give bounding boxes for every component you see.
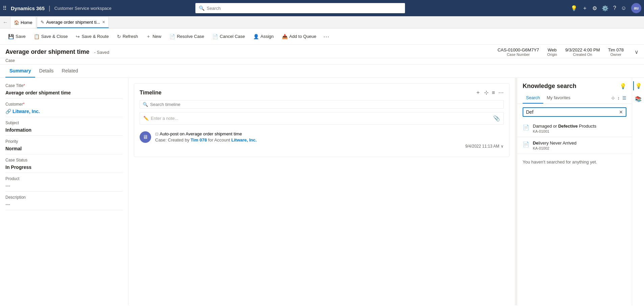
product-value[interactable]: --- [5,182,123,192]
timeline-filter-icon[interactable]: ⊹ [484,89,488,96]
timeline-search-icon: 🔍 [143,102,148,107]
more-options-button[interactable]: ⋯ [320,28,332,45]
created-on-label: Created On [565,52,600,57]
save-route-icon: ↪ [76,34,80,39]
expand-header-button[interactable]: ∨ [635,49,639,55]
refresh-icon: ↻ [117,34,121,39]
saved-badge: - Saved [94,50,109,55]
help-icon[interactable]: ? [613,5,616,11]
back-button[interactable]: ← [1,19,9,25]
priority-value[interactable]: Normal [5,145,123,154]
settings-icon[interactable]: ⚙️ [602,5,609,12]
knowledge-result-1-title: Damaged or Defective Products [533,124,596,129]
timeline-add-icon[interactable]: ＋ [475,89,481,96]
knowledge-bulb-icon[interactable]: 💡 [620,83,626,89]
timeline-autopost-body: Case: Created by Tim 078 for Account Lit… [155,137,504,143]
timeline-sort-icon[interactable]: ≡ [492,90,495,96]
description-value[interactable]: --- [5,200,123,210]
timeline-timestamp: 9/4/2022 11:13 AM ∨ [155,144,504,149]
book-side-icon[interactable]: 📚 [634,94,643,104]
save-button[interactable]: 💾 Save [4,28,30,44]
knowledge-result-1[interactable]: 📄 Damaged or Defective Products KA-01001 [517,120,632,137]
case-title-value[interactable]: Average order shipment time [5,89,123,99]
save-close-button[interactable]: 📋 Save & Close [30,28,72,44]
case-status-value[interactable]: In Progress [5,163,123,173]
tab-knowledge-favorites[interactable]: My favorites [543,92,574,104]
case-number-field: CAS-01000-G6M7Y7 Case Number [498,47,539,57]
new-button[interactable]: ＋ New [142,28,165,44]
owner-field: Tim 078 Owner [608,47,624,57]
search-input[interactable] [207,6,402,11]
add-to-queue-button[interactable]: 📥 Add to Queue [278,28,320,44]
expand-icon[interactable]: ∨ [501,144,504,149]
knowledge-column-icon[interactable]: ☰ [622,95,626,101]
description-field: Description --- [5,195,123,210]
avatar[interactable]: au [631,3,641,13]
lightbulb-icon[interactable]: 💡 [571,5,577,12]
home-tab[interactable]: 🏠 Home [10,16,36,28]
timeline-creator[interactable]: Tim 078 [191,137,207,143]
refresh-button[interactable]: ↻ Refresh [113,28,142,44]
pencil-icon: ✏️ [143,116,149,121]
customer-value[interactable]: 🔗 Litware, Inc. [5,107,123,117]
case-status-label: Case Status [5,158,123,162]
resolve-case-button[interactable]: 📄 Resolve Case [165,28,208,44]
highlight-1: De [558,124,564,129]
user-icon[interactable]: ☺ [621,5,626,11]
tab-summary[interactable]: Summary [5,65,35,78]
note-placeholder: Enter a note... [151,116,178,121]
tab-details[interactable]: Details [35,65,58,78]
resolve-icon: 📄 [169,34,175,39]
assign-button[interactable]: 👤 Assign [249,28,278,44]
timeline-avatar: 🖥 [140,131,151,143]
queue-icon: 📥 [282,34,288,39]
timeline-more-icon[interactable]: ⋯ [498,89,504,96]
tab-knowledge-search[interactable]: Search [523,92,543,104]
filter-icon[interactable]: ⚙ [592,5,597,12]
knowledge-sort-icon[interactable]: ↕ [618,95,620,101]
home-icon: 🏠 [14,20,19,25]
tab-related[interactable]: Related [58,65,82,78]
case-tab[interactable]: ✎ Average order shipment ti... ✕ [37,16,109,28]
product-label: Product [5,176,123,181]
home-tab-label: Home [21,20,32,25]
origin-value: Web [547,47,557,52]
case-tab-label: Average order shipment ti... [46,20,100,25]
highlight-3: De [533,140,539,146]
close-tab-icon[interactable]: ✕ [102,20,105,24]
save-route-button[interactable]: ↪ Save & Route [72,28,113,44]
timeline-body: ⊡ Auto-post on Average order shipment ti… [155,131,504,149]
knowledge-side-icon[interactable]: 💡 [633,81,643,90]
timeline-card: Timeline ＋ ⊹ ≡ ⋯ 🔍 ✏️ Enter a note... 📎 [134,83,509,157]
case-number-label: Case Number [498,52,539,57]
knowledge-search-box[interactable]: ✕ [523,107,626,117]
add-icon[interactable]: ＋ [582,5,588,12]
assign-icon: 👤 [253,34,259,39]
case-status-field: Case Status In Progress [5,158,123,173]
priority-field: Priority Normal [5,139,123,154]
subject-value[interactable]: Information [5,126,123,136]
timeline-title: Timeline [140,90,162,96]
workspace-name: Customer Service workspace [54,6,112,11]
knowledge-search-input[interactable] [526,109,617,115]
timeline-account[interactable]: Litware, Inc. [231,137,257,143]
knowledge-filter-icon[interactable]: ⊹ [611,95,615,101]
knowledge-result-2[interactable]: 📄 Delivery Never Arrived KA-01002 [517,137,632,154]
cancel-case-button[interactable]: 📄 Cancel Case [208,28,249,44]
attach-icon[interactable]: 📎 [493,115,500,122]
clear-search-icon[interactable]: ✕ [619,109,623,115]
note-input-area[interactable]: ✏️ Enter a note... 📎 [140,112,504,125]
customer-field: Customer* 🔗 Litware, Inc. [5,102,123,117]
priority-label: Priority [5,139,123,144]
waffle-icon[interactable]: ⠿ [3,5,7,12]
timeline-header: Timeline ＋ ⊹ ≡ ⋯ [140,89,504,96]
knowledge-result-1-content: Damaged or Defective Products KA-01001 [533,124,596,133]
command-bar: 💾 Save 📋 Save & Close ↪ Save & Route ↻ R… [0,28,644,45]
global-search-bar[interactable]: 🔍 [195,3,405,13]
page-tabs: Summary Details Related [0,65,644,78]
autopost-icon: ⊡ [155,132,160,136]
timeline-search-bar[interactable]: 🔍 [140,100,504,109]
timeline-search-input[interactable] [150,102,501,107]
tab-bar: ← 🏠 Home ✎ Average order shipment ti... … [0,16,644,28]
search-icon: 🔍 [199,5,205,11]
